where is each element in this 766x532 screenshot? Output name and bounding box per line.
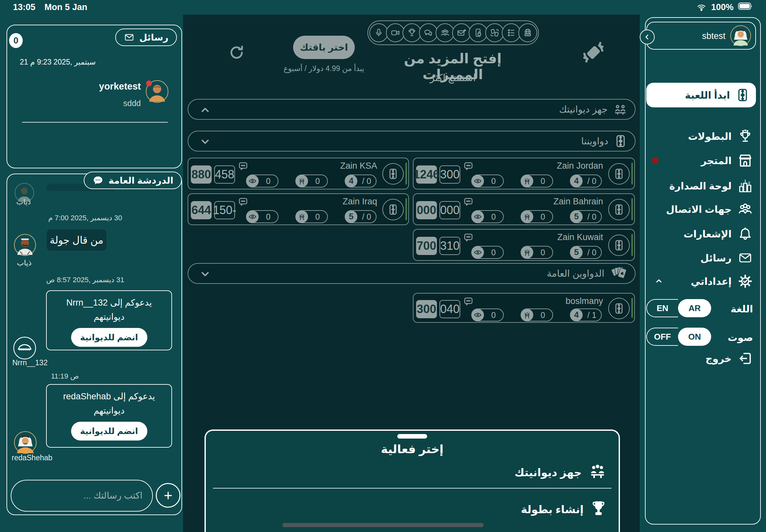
- room-card-boslmany[interactable]: 300 040 0 0 4/ 1 boslmany: [413, 293, 635, 323]
- svg-text:2: 2: [748, 181, 750, 185]
- sidebar-item-store[interactable]: المتجر: [646, 150, 760, 171]
- capacity-badge: 5: [345, 211, 357, 223]
- online-indicator: [631, 163, 633, 185]
- sidebar-item-start-game[interactable]: ابدأ اللعبة: [646, 83, 756, 107]
- capacity-badge: 4: [345, 175, 357, 187]
- unread-badge: 0: [9, 33, 23, 48]
- room-card-zain-ksa[interactable]: 880 458 0 0 4/ 0 Zain KSA: [188, 158, 409, 189]
- join-diwaniya-button[interactable]: انضم للديوانية: [71, 328, 147, 347]
- sidebar-item-contacts[interactable]: جهات الاتصال: [646, 199, 760, 220]
- room-chat-icon[interactable]: [463, 197, 474, 208]
- option-prepare-diwaniya[interactable]: جهز ديوانيتك: [515, 463, 607, 482]
- messages-header[interactable]: رسائل: [115, 29, 177, 46]
- sound-toggle[interactable]: OFF ON: [646, 328, 711, 346]
- collapse-sidebar-button[interactable]: [640, 30, 655, 44]
- add-attachment-button[interactable]: +: [156, 483, 180, 508]
- section-public-diwans[interactable]: الدواوين العامة ♠: [188, 263, 636, 284]
- diwan-emblem-icon[interactable]: [608, 235, 630, 256]
- cheers-pill: 0: [521, 308, 553, 321]
- avatar[interactable]: [13, 336, 36, 360]
- team-score: 000: [416, 201, 437, 219]
- cards-fan-icon: ♠: [610, 265, 628, 282]
- high-five-icon: [521, 309, 533, 321]
- room-chat-icon[interactable]: [237, 161, 249, 172]
- choose-package-button[interactable]: اختر باقتك: [293, 36, 355, 59]
- clock: 13:05: [13, 2, 35, 12]
- message-preview[interactable]: sddd: [123, 99, 141, 108]
- avatar[interactable]: [14, 431, 37, 454]
- room-chat-icon[interactable]: [463, 161, 474, 172]
- sidebar-item-logout[interactable]: خروج: [646, 348, 760, 369]
- room-card-zain-bahrain[interactable]: 000 000 0 0 5/ 0 Zain Bahrain: [413, 193, 635, 225]
- opponent-score: 310: [440, 237, 460, 255]
- chevron-left-icon: [643, 33, 651, 41]
- drag-handle[interactable]: [397, 434, 427, 439]
- chat-icon: [419, 23, 438, 42]
- seats-pill: 5/ 0: [570, 246, 602, 259]
- eye-icon: [472, 309, 484, 321]
- chat-user-name: Nrrn__132: [12, 358, 48, 367]
- sender-name[interactable]: yorketest: [99, 81, 141, 92]
- avatar[interactable]: [14, 234, 36, 256]
- invite-card: يدعوكم إلى redaShehab ديوانيتهم انضم للد…: [46, 384, 172, 448]
- section-label: جهز ديوانيتك: [559, 104, 608, 115]
- diwan-emblem-icon[interactable]: [382, 163, 404, 185]
- home-indicator[interactable]: [282, 523, 484, 527]
- cheers-pill: 0: [521, 210, 553, 223]
- room-chat-icon[interactable]: [463, 232, 474, 243]
- high-five-icon: [521, 175, 533, 187]
- diwaniya-group-filled-icon: [588, 463, 607, 482]
- trophy-icon: [403, 23, 421, 42]
- score-list-icon: [502, 23, 521, 42]
- diwan-emblem-icon[interactable]: [382, 199, 404, 220]
- language-en-option[interactable]: EN: [646, 299, 678, 317]
- wifi-icon: [696, 3, 707, 12]
- eye-icon: [472, 246, 484, 259]
- section-our-diwans[interactable]: دواويننا: [188, 131, 636, 151]
- sidebar-item-notifications[interactable]: الإشعارات: [646, 224, 760, 244]
- join-diwaniya-button[interactable]: انضم للديوانية: [71, 422, 147, 441]
- sidebar-item-leaderboard[interactable]: لوحة الصدارة 123: [646, 175, 760, 196]
- high-five-icon: [296, 211, 308, 223]
- opponent-score: 040: [440, 300, 460, 318]
- room-card-zain-jordan[interactable]: 1246 300 0 0 4/ 0 Zain Jordan: [413, 158, 635, 189]
- opponent-score: 300: [440, 165, 460, 184]
- chat-user-name: ذياب: [16, 198, 31, 206]
- video-camera-icon: [386, 23, 405, 42]
- watchers-pill: 0: [471, 210, 504, 223]
- language-label: اللغة: [731, 303, 753, 315]
- seats-pill: 5/ 0: [345, 210, 376, 223]
- room-chat-icon[interactable]: [237, 197, 249, 208]
- room-card-zain-iraq[interactable]: 644 150- 0 0 5/ 0 Zain Iraq: [188, 193, 409, 225]
- battery-icon: [738, 2, 753, 12]
- diwan-emblem-icon[interactable]: [608, 163, 630, 185]
- rotate-device-icon[interactable]: [581, 40, 606, 65]
- section-prepare-diwaniya[interactable]: جهز ديوانيتك: [188, 99, 636, 120]
- refresh-icon[interactable]: [228, 44, 245, 61]
- sidebar-item-tournaments[interactable]: البطولات: [646, 126, 760, 147]
- option-create-tournament[interactable]: إنشاء بطولة: [521, 499, 607, 520]
- eye-icon: [472, 175, 484, 187]
- premium-features-strip: WWW: [367, 20, 539, 45]
- room-name: Zain Kuwait: [557, 232, 603, 242]
- chevron-down-icon: [199, 268, 211, 280]
- sound-on-option[interactable]: ON: [678, 328, 711, 346]
- price-caption: يبدأ من 4.99 دولار / أسبوع: [276, 64, 372, 73]
- language-ar-option[interactable]: AR: [678, 299, 711, 317]
- sound-off-option[interactable]: OFF: [646, 328, 678, 346]
- diwan-emblem-icon[interactable]: [608, 298, 630, 319]
- diwan-emblem-icon[interactable]: [608, 199, 630, 220]
- eye-icon: [246, 211, 259, 223]
- chat-header[interactable]: الدردشة العامة: [84, 172, 182, 189]
- sidebar-item-messages[interactable]: رسائل: [646, 248, 760, 268]
- room-chat-icon[interactable]: [463, 296, 474, 307]
- settings-collapse-chevron[interactable]: [654, 276, 664, 286]
- invite-line1: يدعوكم إلى redaShehab: [47, 391, 171, 402]
- opponent-score: 458: [214, 165, 235, 184]
- profile-card[interactable]: sbtest: [646, 22, 756, 50]
- phone-lock-icon: [469, 23, 488, 42]
- avatar[interactable]: [730, 25, 751, 48]
- chat-message-input[interactable]: [11, 480, 153, 512]
- room-card-zain-kuwait[interactable]: 700 310 0 0 5/ 0 Zain Kuwait: [413, 229, 635, 261]
- language-toggle[interactable]: EN AR: [646, 299, 711, 317]
